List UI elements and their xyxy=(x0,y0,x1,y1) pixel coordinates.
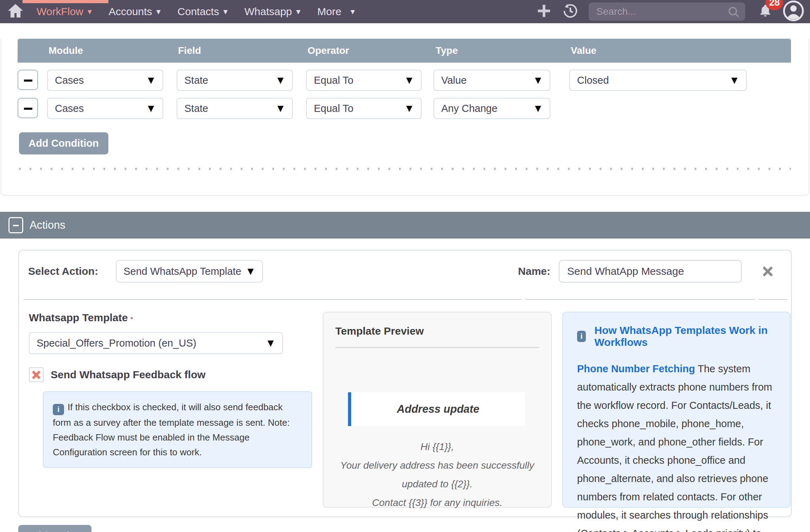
select-value: Cases xyxy=(55,103,84,114)
chevron-down-icon: ▼ xyxy=(404,102,415,114)
nav-item-more[interactable]: More ▾ xyxy=(317,6,355,18)
actions-section-header: Actions xyxy=(0,212,810,239)
search-input[interactable] xyxy=(589,2,745,21)
nav-item-accounts[interactable]: Accounts ▾ xyxy=(109,6,160,18)
nav-item-label: Contacts xyxy=(177,6,219,18)
template-body-line: Your delivery address has been successfu… xyxy=(323,456,551,475)
field-select[interactable]: State▼ xyxy=(177,70,293,91)
chevron-down-icon: ▼ xyxy=(146,74,156,86)
plus-icon xyxy=(536,3,552,19)
action-card: Select Action: Send WhatsApp Template ▼ … xyxy=(18,250,792,517)
help-section-heading: Phone Number Fetching xyxy=(577,363,695,374)
page: WorkFlow ▾ Accounts ▾ Contacts ▾ Whatsap… xyxy=(0,0,810,532)
operator-select[interactable]: Equal To▼ xyxy=(306,98,422,119)
feedback-checkbox-row: Send Whatsapp Feedback flow xyxy=(29,367,312,382)
chevron-down-icon: ▾ xyxy=(156,7,160,16)
condition-row: Cases▼ State▼ Equal To▼ Any Change▼ xyxy=(1,98,809,119)
conditions-panel: Module Field Operator Type Value Cases▼ … xyxy=(1,39,809,196)
remove-condition-button[interactable] xyxy=(18,70,38,90)
template-body-line: Hi {{1}}, xyxy=(323,437,551,456)
chevron-down-icon: ▼ xyxy=(275,74,286,86)
add-condition-button[interactable]: Add Condition xyxy=(19,132,108,154)
help-title-row: i How WhatsApp Templates Work in Workflo… xyxy=(577,324,776,348)
chevron-down-icon: ▼ xyxy=(275,102,286,114)
feedback-info-box: iIf this checkbox is checked, it will al… xyxy=(43,391,312,468)
select-value: Closed xyxy=(577,75,609,86)
name-label: Name: xyxy=(518,265,550,277)
template-settings-column: Whatsapp Template* Special_Offers_Promot… xyxy=(29,312,312,508)
feedback-info-text: If this checkbox is checked, it will als… xyxy=(53,402,290,457)
action-name-input[interactable] xyxy=(559,260,742,283)
condition-row: Cases▼ State▼ Equal To▼ Value▼ Closed▼ xyxy=(1,70,809,91)
history-button[interactable] xyxy=(562,2,579,21)
actions-section-title: Actions xyxy=(30,219,65,232)
chevron-down-icon: ▾ xyxy=(350,7,355,16)
action-type-select[interactable]: Send WhatsApp Template ▼ xyxy=(116,260,263,283)
navbar: WorkFlow ▾ Accounts ▾ Contacts ▾ Whatsap… xyxy=(0,0,810,23)
feedback-checkbox-label: Send Whatsapp Feedback flow xyxy=(51,369,205,381)
active-tab-indicator xyxy=(23,0,108,3)
whatsapp-template-label: Whatsapp Template xyxy=(29,312,128,323)
template-header-text: Address update xyxy=(397,403,479,416)
home-icon xyxy=(7,2,24,21)
help-body-text: The system automatically extracts phone … xyxy=(577,363,772,532)
nav-item-label: WorkFlow xyxy=(37,6,83,18)
column-header-operator: Operator xyxy=(308,45,349,56)
notifications-button[interactable]: 28 xyxy=(758,2,773,21)
chevron-down-icon: ▼ xyxy=(533,102,543,114)
minus-icon xyxy=(24,80,32,82)
operator-select[interactable]: Equal To▼ xyxy=(306,70,422,91)
navbar-right: 28 xyxy=(536,0,810,23)
select-action-label: Select Action: xyxy=(28,265,98,277)
nav-item-label: More xyxy=(317,6,341,18)
main-menu: WorkFlow ▾ Accounts ▾ Contacts ▾ Whatsap… xyxy=(37,6,372,18)
column-header-value: Value xyxy=(571,45,596,56)
remove-action-button[interactable] xyxy=(761,264,775,278)
chevron-down-icon: ▼ xyxy=(404,74,415,86)
nav-item-label: Accounts xyxy=(109,6,152,18)
chevron-down-icon: ▼ xyxy=(729,74,740,86)
select-value: Equal To xyxy=(314,75,353,86)
minus-icon xyxy=(24,108,32,110)
template-preview-title: Template Preview xyxy=(323,325,551,337)
column-header-type: Type xyxy=(436,45,458,56)
select-value: Cases xyxy=(55,75,84,86)
required-asterisk: * xyxy=(131,316,133,322)
chevron-down-icon: ▾ xyxy=(223,7,228,16)
feedback-checkbox[interactable] xyxy=(29,367,44,382)
module-select[interactable]: Cases▼ xyxy=(47,70,163,91)
column-header-field: Field xyxy=(178,45,201,56)
field-select[interactable]: State▼ xyxy=(177,98,293,119)
add-action-button[interactable]: Add Action xyxy=(18,525,91,532)
chevron-down-icon: ▾ xyxy=(296,7,300,16)
section-divider xyxy=(24,299,791,300)
profile-button[interactable] xyxy=(783,0,804,23)
template-body: Hi {{1}}, Your delivery address has been… xyxy=(323,437,551,512)
select-value: Send WhatsApp Template xyxy=(124,266,241,277)
module-select[interactable]: Cases▼ xyxy=(47,98,163,119)
chevron-down-icon: ▼ xyxy=(533,74,543,86)
home-button[interactable] xyxy=(4,2,27,21)
collapse-actions-button[interactable] xyxy=(8,217,23,233)
preview-divider xyxy=(335,347,539,348)
select-value: Any Change xyxy=(441,103,498,114)
nav-item-workflow[interactable]: WorkFlow ▾ xyxy=(37,6,92,18)
chevron-down-icon: ▼ xyxy=(245,265,256,277)
nav-item-label: Whatsapp xyxy=(245,6,292,18)
action-card-header: Select Action: Send WhatsApp Template ▼ … xyxy=(19,251,791,292)
value-select[interactable]: Closed▼ xyxy=(569,70,747,91)
remove-condition-button[interactable] xyxy=(18,98,38,118)
chevron-down-icon: ▾ xyxy=(88,7,92,16)
conditions-table-header: Module Field Operator Type Value xyxy=(18,39,791,63)
add-record-button[interactable] xyxy=(536,3,552,20)
chevron-down-icon: ▼ xyxy=(265,337,276,349)
action-card-body: Whatsapp Template* Special_Offers_Promot… xyxy=(19,300,791,508)
nav-item-whatsapp[interactable]: Whatsapp ▾ xyxy=(245,6,300,18)
whatsapp-template-select[interactable]: Special_Offers_Promotion (en_US) ▼ xyxy=(29,332,283,354)
template-body-line: updated to {{2}}. xyxy=(323,475,551,493)
nav-item-contacts[interactable]: Contacts ▾ xyxy=(177,6,227,18)
type-select[interactable]: Any Change▼ xyxy=(434,98,550,119)
dotted-divider xyxy=(19,168,791,170)
search-icon xyxy=(727,5,740,20)
type-select[interactable]: Value▼ xyxy=(434,70,550,91)
